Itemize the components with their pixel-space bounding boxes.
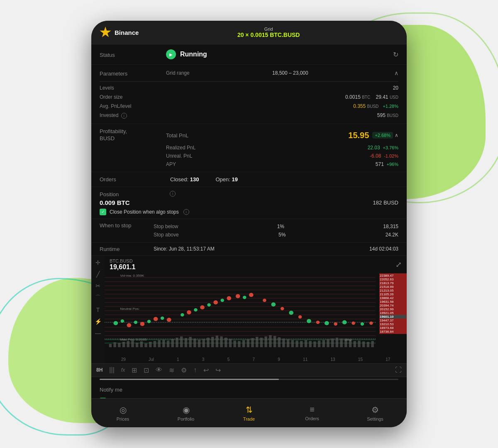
runtime-section: Runtime Since: Jun 28, 11:53:17 AM 14d 0… [91, 243, 407, 256]
levels-label: Levels [100, 85, 114, 91]
svg-rect-69 [336, 338, 338, 347]
svg-rect-59 [291, 340, 294, 347]
open-orders: Open: 19 [215, 176, 238, 183]
invested-label: Invested i [100, 112, 127, 119]
text-tool[interactable]: T [96, 307, 100, 313]
orders-icon: ≡ [310, 405, 315, 414]
chart-pair-price: BTC.BUSD 19,601.1 [110, 258, 135, 271]
chart-expand-icon[interactable]: ⤢ [395, 260, 402, 269]
svg-rect-21 [122, 342, 125, 347]
svg-rect-33 [176, 338, 178, 347]
chart-header: BTC.BUSD 19,601.1 ⤢ [105, 256, 407, 273]
chart-x-labels: 29 Jul 1 3 5 7 9 11 13 15 17 [105, 356, 407, 363]
fx-button[interactable]: fx [121, 367, 125, 373]
parameters-label: Parameters [100, 70, 166, 77]
notify-label: Notify me [100, 386, 166, 393]
svg-point-96 [243, 296, 247, 299]
invested-row: Invested i 595 BUSD [100, 111, 398, 120]
fullscreen-button[interactable]: ⛶ [395, 366, 402, 374]
svg-rect-58 [287, 339, 289, 347]
svg-rect-34 [180, 336, 183, 347]
close-position-row: ✓ Close Position when algo stops i [100, 209, 398, 215]
nav-settings[interactable]: ⚙ Settings [344, 402, 407, 425]
svg-point-81 [134, 321, 138, 324]
compare-button[interactable]: ⊡ [144, 366, 149, 374]
invested-info-icon: i [121, 113, 127, 119]
svg-rect-54 [269, 335, 271, 347]
svg-point-99 [271, 302, 276, 307]
timeframe-button[interactable]: 8H [96, 367, 103, 373]
svg-point-107 [342, 320, 347, 324]
svg-point-80 [127, 323, 132, 327]
svg-point-79 [121, 319, 124, 323]
crosshair-tool[interactable]: ✛ [95, 259, 100, 266]
svg-rect-77 [371, 341, 374, 347]
screenshot-button[interactable]: ↑ [193, 366, 197, 374]
nav-portfolio[interactable]: ◉ Portfolio [154, 402, 217, 425]
unreal-label: Unreal. PnL [166, 153, 192, 159]
close-position-checkbox[interactable]: ✓ [100, 209, 106, 215]
chart-pair-label: BTC.BUSD [110, 258, 135, 263]
svg-rect-36 [189, 337, 191, 347]
measure-tool[interactable]: ⚡ [95, 318, 102, 325]
svg-rect-76 [367, 342, 369, 347]
runtime-content: Since: Jun 28, 11:53:17 AM 14d 02:04:03 [154, 246, 398, 252]
x-label-5: 5 [227, 357, 230, 362]
grid-button[interactable]: ⊞ [132, 366, 137, 374]
svg-point-90 [200, 305, 205, 309]
svg-point-109 [361, 322, 364, 326]
parameters-section: Parameters Grid range 18,500 – 23,000 ∧ … [91, 65, 407, 124]
total-pnl-row: Total PnL 15.95 +2.68% ∧ [166, 127, 398, 144]
nav-orders[interactable]: ≡ Orders [281, 402, 344, 424]
svg-rect-39 [203, 339, 205, 347]
redo-button[interactable]: ↪ [215, 366, 221, 374]
scissors-tool[interactable]: ✂ [95, 282, 100, 289]
svg-rect-40 [207, 338, 209, 347]
refresh-icon[interactable]: ↻ [393, 51, 398, 58]
status-label: Status [100, 51, 166, 58]
nav-prices[interactable]: ◎ Prices [91, 402, 154, 425]
svg-rect-24 [136, 343, 138, 347]
chart-canvas: Vol·ma: 0.359K Neutral Pos: Max Pos: 0.0… [105, 273, 407, 356]
svg-text:Stop: Stop [344, 338, 352, 341]
prices-icon: ◎ [120, 405, 127, 415]
svg-rect-27 [149, 342, 151, 347]
pnl-expand-icon[interactable]: ∧ [395, 132, 398, 138]
grid-range-collapse-icon[interactable]: ∧ [394, 70, 398, 76]
svg-point-95 [236, 294, 240, 298]
x-label-1: 1 [177, 357, 179, 362]
close-position-info-icon: i [183, 209, 189, 215]
svg-rect-44 [225, 338, 227, 347]
svg-text:Neutral Pos:: Neutral Pos: [120, 307, 139, 311]
settings-button[interactable]: ⚙ [181, 366, 187, 374]
position-top: Position i [100, 190, 398, 197]
position-busd-value: 182 BUSD [373, 200, 398, 206]
svg-point-86 [167, 318, 171, 322]
more-tools[interactable]: — [95, 330, 101, 336]
stop-below-row: Stop below 1% 18,315 [154, 222, 398, 231]
apy-label: APY [166, 161, 176, 167]
total-pnl-label: Total PnL [166, 132, 348, 139]
eye-button[interactable]: 👁 [156, 366, 162, 374]
svg-rect-23 [131, 341, 134, 347]
layers-button[interactable]: ≋ [169, 366, 174, 374]
undo-button[interactable]: ↩ [203, 366, 209, 374]
stop-rows: Stop below 1% 18,315 Stop above 5% 24.2K [154, 222, 398, 239]
svg-rect-46 [233, 341, 236, 347]
chart-price-value: 19,601.1 [110, 263, 135, 271]
svg-rect-57 [282, 338, 285, 347]
svg-rect-38 [198, 340, 200, 347]
svg-rect-48 [242, 340, 245, 347]
svg-point-108 [352, 321, 355, 325]
indicators-button[interactable]: ||| [109, 366, 114, 374]
x-label-7: 7 [252, 357, 255, 362]
stop-above-pct: 5% [278, 232, 286, 238]
bottom-nav: ◎ Prices ◉ Portfolio ⇅ Trade ≡ Orders ⚙ … [91, 398, 407, 427]
grid-range-value: 18,500 – 23,000 [272, 70, 308, 76]
svg-point-94 [227, 296, 231, 300]
line-tool[interactable]: ╱ [96, 271, 100, 278]
svg-rect-63 [309, 341, 311, 347]
nav-trade[interactable]: ⇅ Trade [217, 402, 281, 425]
grid-label: Grid [139, 27, 398, 32]
draw-tool[interactable]: ⌒ [95, 294, 101, 302]
